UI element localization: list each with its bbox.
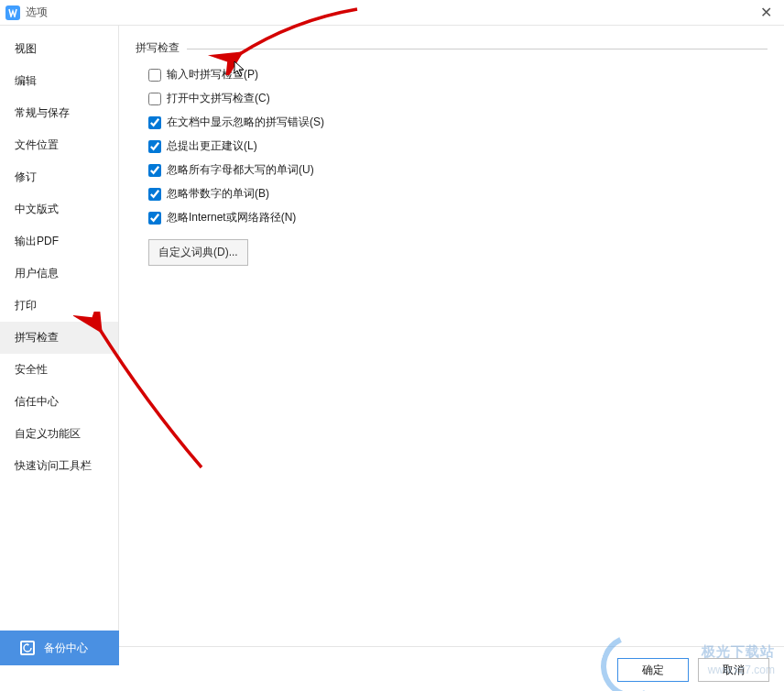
option-4[interactable]: 忽略所有字母都大写的单词(U) [148,162,768,178]
sidebar-item-7[interactable]: 用户信息 [0,258,118,290]
option-2[interactable]: 在文档中显示忽略的拼写错误(S) [148,115,768,130]
option-0[interactable]: 输入时拼写检查(P) [148,67,768,82]
options-group: 输入时拼写检查(P)打开中文拼写检查(C)在文档中显示忽略的拼写错误(S)总提出… [136,67,768,225]
main-panel: 拼写检查 输入时拼写检查(P)打开中文拼写检查(C)在文档中显示忽略的拼写错误(… [119,26,784,631]
cancel-button[interactable]: 取消 [698,658,769,682]
option-label-0: 输入时拼写检查(P) [167,67,258,82]
sidebar-item-12[interactable]: 自定义功能区 [0,418,118,450]
backup-icon [20,641,35,655]
footer: 备份中心 确定 取消 [0,631,784,691]
section-title: 拼写检查 [136,40,187,56]
titlebar: 选项 ✕ [0,0,784,26]
sidebar-item-1[interactable]: 编辑 [0,65,118,97]
sidebar-item-8[interactable]: 打印 [0,290,118,322]
sidebar-item-10[interactable]: 安全性 [0,354,118,386]
sidebar-item-9[interactable]: 拼写检查 [0,322,118,354]
option-checkbox-0[interactable] [148,69,161,82]
sidebar-item-11[interactable]: 信任中心 [0,386,118,418]
option-label-5: 忽略带数字的单词(B) [167,186,269,202]
close-icon[interactable]: ✕ [753,4,779,21]
option-3[interactable]: 总提出更正建议(L) [148,138,768,154]
sidebar-item-13[interactable]: 快速访问工具栏 [0,450,118,482]
backup-center-label: 备份中心 [44,641,88,656]
option-checkbox-4[interactable] [148,164,161,177]
dialog-actions: 确定 取消 [617,658,769,682]
sidebar-item-0[interactable]: 视图 [0,33,118,65]
section-divider [187,49,768,49]
window-title: 选项 [26,5,48,20]
option-checkbox-1[interactable] [148,93,161,105]
sidebar-item-2[interactable]: 常规与保存 [0,97,118,129]
option-5[interactable]: 忽略带数字的单词(B) [148,186,768,202]
option-label-6: 忽略Internet或网络路径(N) [167,210,296,225]
sidebar-item-3[interactable]: 文件位置 [0,129,118,161]
sidebar-item-5[interactable]: 中文版式 [0,193,118,225]
option-checkbox-3[interactable] [148,140,161,153]
sidebar-item-4[interactable]: 修订 [0,161,118,193]
option-label-4: 忽略所有字母都大写的单词(U) [167,162,314,178]
option-label-2: 在文档中显示忽略的拼写错误(S) [167,115,324,130]
option-label-1: 打开中文拼写检查(C) [167,91,270,106]
sidebar: 视图编辑常规与保存文件位置修订中文版式输出PDF用户信息打印拼写检查安全性信任中… [0,26,119,631]
option-checkbox-2[interactable] [148,116,161,129]
custom-dictionary-button[interactable]: 自定义词典(D)... [148,239,248,266]
option-label-3: 总提出更正建议(L) [167,138,257,154]
option-6[interactable]: 忽略Internet或网络路径(N) [148,210,768,225]
sidebar-item-6[interactable]: 输出PDF [0,225,118,258]
backup-center-button[interactable]: 备份中心 [0,631,119,665]
ok-button[interactable]: 确定 [617,658,689,682]
option-checkbox-6[interactable] [148,212,161,225]
app-icon [5,5,20,20]
option-checkbox-5[interactable] [148,188,161,201]
option-1[interactable]: 打开中文拼写检查(C) [148,91,768,106]
